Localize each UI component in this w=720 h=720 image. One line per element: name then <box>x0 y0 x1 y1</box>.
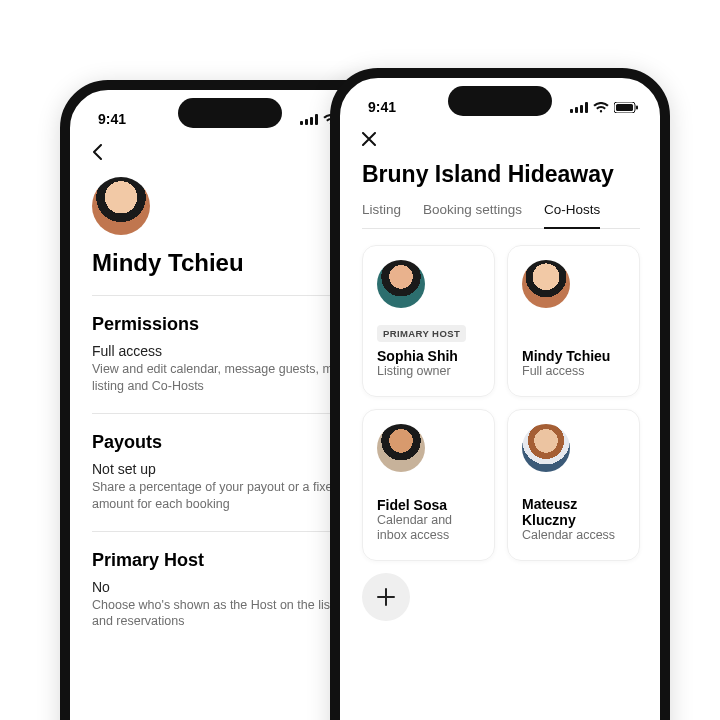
avatar <box>522 260 570 308</box>
device-notch <box>178 98 282 128</box>
section-value: Full access <box>92 343 370 359</box>
svg-rect-2 <box>310 117 313 125</box>
close-button[interactable] <box>362 126 640 161</box>
section-title: Permissions <box>92 314 370 335</box>
status-time: 9:41 <box>368 99 396 115</box>
section-primary-host[interactable]: Primary Host No Choose who's shown as th… <box>92 531 370 649</box>
plus-icon <box>377 588 395 606</box>
cohost-name: Mateusz Kluczny <box>522 496 625 528</box>
cohost-name: Mindy Tchieu <box>522 348 625 364</box>
battery-icon <box>614 102 638 113</box>
section-title: Payouts <box>92 432 370 453</box>
section-description: Share a percentage of your payout or a f… <box>92 479 370 513</box>
cohost-grid: PRIMARY HOST Sophia Shih Listing owner M… <box>362 245 640 561</box>
cohost-role: Calendar access <box>522 528 625 544</box>
primary-host-badge: PRIMARY HOST <box>377 325 466 342</box>
cohost-name: Sophia Shih <box>377 348 480 364</box>
add-cohost-button[interactable] <box>362 573 410 621</box>
cohost-profile-header: Mindy Tchieu <box>92 177 370 277</box>
tab-booking-settings[interactable]: Booking settings <box>423 202 522 228</box>
cohost-role: Listing owner <box>377 364 480 380</box>
section-title: Primary Host <box>92 550 370 571</box>
avatar <box>377 424 425 472</box>
cohost-card[interactable]: Mindy Tchieu Full access <box>507 245 640 397</box>
tab-listing[interactable]: Listing <box>362 202 401 228</box>
section-permissions[interactable]: Permissions Full access View and edit ca… <box>92 295 370 413</box>
cohost-card[interactable]: PRIMARY HOST Sophia Shih Listing owner <box>362 245 495 397</box>
back-button[interactable] <box>92 138 370 177</box>
cohost-card[interactable]: Fidel Sosa Calendar and inbox access <box>362 409 495 561</box>
section-value: No <box>92 579 370 595</box>
cellular-icon <box>570 102 588 113</box>
close-icon <box>362 132 376 146</box>
wifi-icon <box>593 102 609 113</box>
avatar <box>522 424 570 472</box>
svg-rect-8 <box>575 107 578 113</box>
svg-rect-10 <box>585 102 588 113</box>
cohost-role: Full access <box>522 364 625 380</box>
svg-rect-13 <box>636 105 638 109</box>
section-payouts[interactable]: Payouts Not set up Share a percentage of… <box>92 413 370 531</box>
cellular-icon <box>300 114 318 125</box>
section-description: View and edit calendar, message guests, … <box>92 361 370 395</box>
cohost-name: Mindy Tchieu <box>92 249 370 277</box>
svg-rect-7 <box>570 109 573 113</box>
svg-rect-1 <box>305 119 308 125</box>
page-title: Bruny Island Hideaway <box>362 161 640 188</box>
status-icons <box>570 102 638 113</box>
svg-rect-3 <box>315 114 318 125</box>
avatar <box>92 177 150 235</box>
section-description: Choose who's shown as the Host on the li… <box>92 597 370 631</box>
phone-cohosts-list: 9:41 Bruny Island Hideaway Listing Booki… <box>330 68 670 720</box>
avatar <box>377 260 425 308</box>
cohost-name: Fidel Sosa <box>377 497 480 513</box>
tab-cohosts[interactable]: Co-Hosts <box>544 202 600 229</box>
tabs: Listing Booking settings Co-Hosts <box>362 202 640 229</box>
device-notch <box>448 86 552 116</box>
cohost-role: Calendar and inbox access <box>377 513 480 544</box>
cohost-card[interactable]: Mateusz Kluczny Calendar access <box>507 409 640 561</box>
section-value: Not set up <box>92 461 370 477</box>
svg-rect-12 <box>616 104 633 111</box>
status-time: 9:41 <box>98 111 126 127</box>
svg-rect-0 <box>300 121 303 125</box>
chevron-left-icon <box>92 144 102 160</box>
svg-rect-9 <box>580 105 583 113</box>
